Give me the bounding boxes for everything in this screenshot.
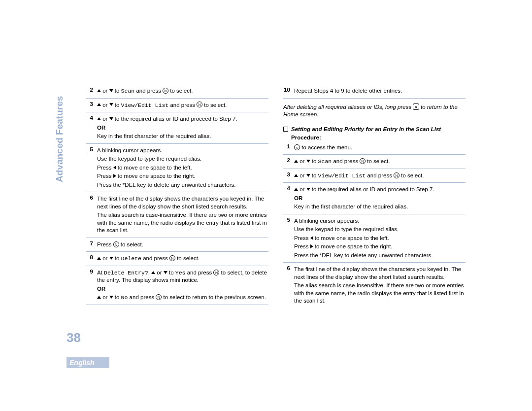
ok-button-icon: N [197, 102, 202, 107]
right-column: 10 Repeat Steps 4 to 9 to delete other e… [283, 86, 466, 310]
step-8: 8 or to Delete and press N to select. [86, 254, 268, 266]
arrow-up-icon [151, 271, 155, 274]
arrow-right-icon [113, 174, 116, 178]
home-button-icon: d [413, 103, 419, 110]
menu-button-icon: c [294, 144, 300, 150]
arrow-down-icon [306, 174, 310, 177]
ok-button-icon: N [113, 241, 119, 247]
arrow-down-icon [109, 89, 113, 92]
arrow-down-icon [164, 271, 167, 274]
arrow-up-icon [97, 257, 101, 260]
step-5: 5 A blinking cursor appears. Use the key… [86, 146, 268, 193]
arrow-up-icon [97, 103, 101, 106]
step-4: 4 or to the required alias or ID and pro… [86, 114, 268, 144]
r-step-1: 1 c to access the menu. [283, 143, 466, 155]
procedure-label: Procedure: [291, 134, 466, 142]
step-9: 9 At Delete Entry?, or to Yes and press … [86, 268, 268, 305]
arrow-down-icon [306, 188, 310, 191]
arrow-left-icon [113, 166, 116, 170]
step-3: 3 or to View/Edit List and press N to se… [86, 101, 268, 113]
bullet-square-icon [283, 127, 288, 132]
left-column: 2 or to Scan and press N to select. 3 or… [86, 86, 268, 310]
arrow-up-icon [97, 296, 101, 299]
language-tag: English [66, 357, 109, 368]
subsection-heading: Setting and Editing Priority for an Entr… [283, 126, 466, 134]
ok-button-icon: N [360, 158, 366, 164]
ok-button-icon: N [213, 270, 219, 275]
arrow-down-icon [109, 103, 113, 106]
section-tab: Advanced Features [54, 96, 65, 182]
arrow-left-icon [310, 236, 313, 240]
step-2: 2 or to Scan and press N to select. [86, 86, 268, 99]
step-10: 10 Repeat Steps 4 to 9 to delete other e… [283, 86, 466, 99]
arrow-down-icon [109, 257, 113, 260]
arrow-down-icon [306, 160, 310, 163]
r-step-5: 5 A blinking cursor appears. Use the key… [283, 216, 466, 263]
ok-button-icon: N [169, 255, 175, 261]
arrow-down-icon [109, 117, 113, 120]
ok-button-icon: N [163, 88, 168, 94]
r-step-2: 2 or to Scan and press N to select. [283, 157, 466, 169]
page-number: 38 [66, 330, 81, 345]
arrow-up-icon [294, 188, 298, 191]
content-columns: 2 or to Scan and press N to select. 3 or… [86, 86, 466, 310]
arrow-up-icon [294, 160, 298, 163]
r-step-6: 6 The first line of the display shows th… [283, 265, 466, 308]
arrow-up-icon [294, 174, 298, 177]
ok-button-icon: N [394, 172, 399, 178]
arrow-right-icon [310, 244, 313, 248]
arrow-up-icon [97, 89, 101, 92]
arrow-up-icon [97, 117, 101, 120]
r-step-4: 4 or to the required alias or ID and pro… [283, 185, 466, 214]
return-home-note: After deleting all required aliases or I… [283, 103, 466, 119]
arrow-down-icon [109, 296, 113, 299]
step-6: 6 The first line of the display shows th… [86, 194, 268, 238]
step-7: 7 Press N to select. [86, 240, 268, 252]
ok-button-icon: N [156, 294, 162, 300]
manual-page: Advanced Features 38 English 2 or to Sca… [59, 69, 468, 360]
r-step-3: 3 or to View/Edit List and press N to se… [283, 171, 466, 183]
